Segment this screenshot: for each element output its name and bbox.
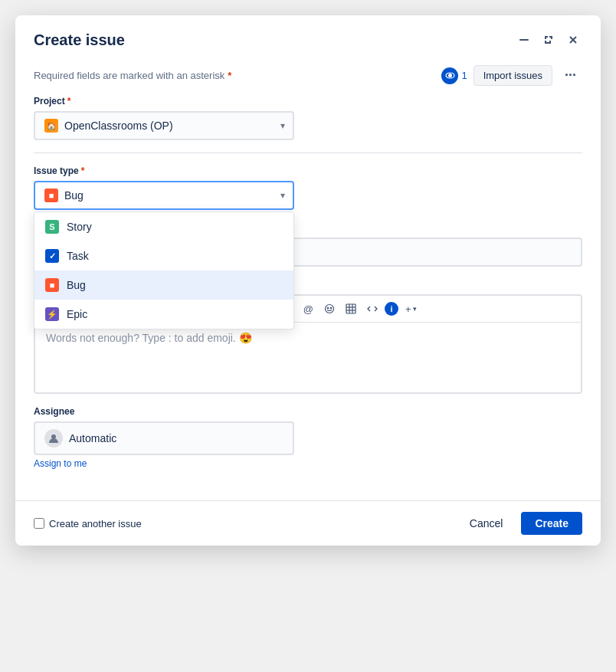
epic-icon: ⚡ [45, 307, 59, 321]
project-field-group: Project * 🏠 OpenClassrooms (OP) ▾ [34, 96, 582, 140]
issue-type-label: Issue type * [34, 166, 582, 176]
notice-right-actions: 1 Import issues ··· [441, 64, 582, 87]
bug-icon: ■ [44, 188, 58, 202]
header-actions [515, 31, 582, 49]
dropdown-item-task[interactable]: ✓ Task [34, 241, 293, 270]
epic-label: Epic [67, 308, 87, 320]
modal-header: Create issue [15, 15, 601, 61]
table-button[interactable] [342, 301, 360, 316]
issue-type-dropdown-menu: S Story ✓ Task ■ Bug ⚡ E [34, 211, 294, 329]
assignee-select[interactable]: Automatic [34, 421, 294, 455]
code-button[interactable] [363, 301, 382, 316]
at-icon: @ [303, 303, 313, 315]
svg-rect-0 [519, 39, 529, 41]
svg-point-16 [327, 307, 328, 308]
project-icon: 🏠 [44, 119, 58, 133]
divider [34, 152, 582, 153]
watch-badge: 1 [441, 67, 467, 84]
chevron-down-icon: ▾ [280, 120, 285, 131]
footer-left: Create another issue [34, 518, 142, 529]
task-label: Task [67, 250, 89, 262]
assignee-field-group: Assignee Automatic Assign to me [34, 406, 582, 470]
project-label: Project * [34, 96, 582, 107]
create-button[interactable]: Create [521, 512, 582, 535]
modal-title: Create issue [34, 31, 125, 49]
dropdown-item-story[interactable]: S Story [34, 212, 293, 241]
story-icon: S [45, 220, 59, 234]
create-another-checkbox[interactable] [34, 518, 44, 529]
plus-icon: + [405, 303, 411, 315]
task-icon: ✓ [45, 249, 59, 263]
project-select[interactable]: 🏠 OpenClassrooms (OP) ▾ [34, 111, 294, 140]
avatar [44, 429, 63, 447]
create-another-checkbox-label[interactable]: Create another issue [34, 518, 142, 529]
import-issues-button[interactable]: Import issues [473, 65, 552, 86]
close-button[interactable] [564, 31, 582, 49]
chevron-down-icon: ▾ [280, 190, 285, 201]
bug-label: Bug [67, 279, 86, 291]
description-content-area[interactable]: Words not enough? Type : to add emoji. 😍 [35, 323, 581, 376]
info-button[interactable]: i [385, 302, 398, 316]
issue-type-field-group: Issue type * ■ Bug ▾ S Story [34, 166, 582, 210]
dropdown-item-epic[interactable]: ⚡ Epic [34, 300, 293, 329]
issue-type-select[interactable]: ■ Bug ▾ [34, 181, 294, 210]
plus-chevron: ▾ [413, 305, 417, 313]
issue-type-dropdown-container: ■ Bug ▾ S Story ✓ Task [34, 181, 582, 210]
emoji-button[interactable] [320, 301, 339, 316]
more-insert-button[interactable]: + ▾ [401, 301, 421, 317]
required-notice-text: Required fields are marked with an aster… [34, 70, 231, 81]
dropdown-item-bug[interactable]: ■ Bug [34, 270, 293, 300]
assign-to-me-link[interactable]: Assign to me [34, 458, 87, 469]
modal-body: Project * 🏠 OpenClassrooms (OP) ▾ Issue … [15, 96, 601, 500]
info-icon: i [390, 304, 392, 313]
watch-icon [441, 67, 458, 84]
svg-point-17 [330, 307, 331, 308]
cancel-button[interactable]: Cancel [459, 512, 514, 535]
svg-point-15 [325, 305, 333, 313]
footer-right: Cancel Create [459, 512, 582, 535]
svg-point-1 [448, 74, 452, 77]
expand-button[interactable] [539, 31, 558, 49]
story-label: Story [67, 221, 92, 233]
bug-icon-option: ■ [45, 278, 59, 292]
create-issue-modal: Create issue Required fields are marked … [15, 15, 601, 546]
mention-button[interactable]: @ [300, 301, 317, 317]
svg-rect-18 [346, 304, 356, 313]
more-options-button[interactable]: ··· [559, 64, 582, 87]
minimize-button[interactable] [515, 31, 533, 49]
required-notice-bar: Required fields are marked with an aster… [15, 61, 601, 96]
assignee-label: Assignee [34, 406, 582, 417]
modal-footer: Create another issue Cancel Create [15, 500, 601, 546]
